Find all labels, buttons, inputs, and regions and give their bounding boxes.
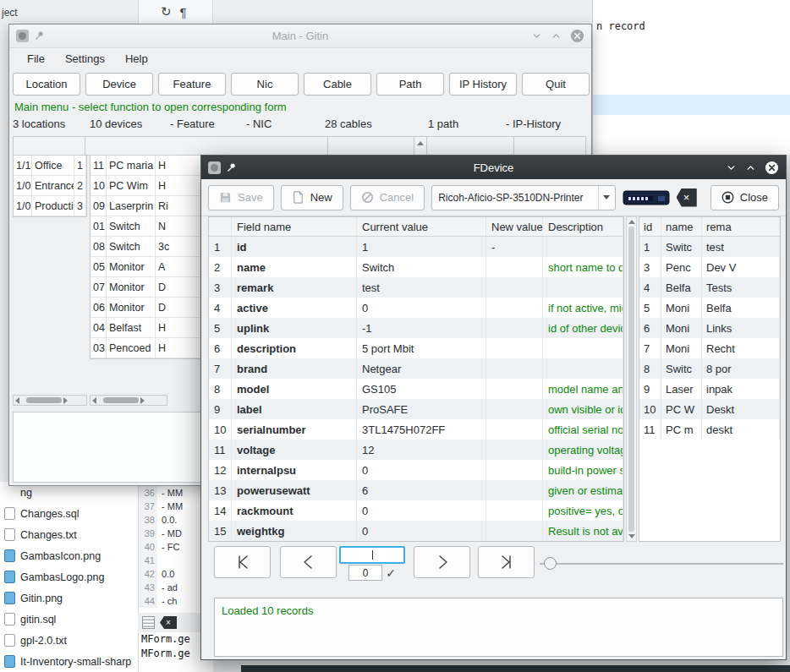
- shade-button[interactable]: [531, 30, 542, 41]
- new-value-cell[interactable]: [486, 379, 543, 399]
- file-tree-item[interactable]: gitin.sql: [0, 609, 138, 630]
- field-row[interactable]: 3 remark test: [209, 277, 623, 298]
- new-value-cell[interactable]: -: [486, 237, 543, 257]
- new-value-cell[interactable]: [486, 480, 543, 500]
- side-table-row[interactable]: 8 Switc 8 por: [639, 358, 780, 379]
- field-row[interactable]: 12 internalpsu 0 build-in power su: [209, 460, 623, 480]
- side-table-row[interactable]: 1 Switc test: [639, 237, 780, 257]
- new-button[interactable]: New: [281, 185, 343, 210]
- menu-item[interactable]: Settings: [56, 50, 114, 68]
- location-row[interactable]: 1/1 Office 1: [14, 156, 86, 176]
- horizontal-scrollbar[interactable]: [90, 395, 167, 406]
- field-row[interactable]: 11 voltage 12 operating voltage: [209, 440, 623, 460]
- file-tree-item[interactable]: gpl-2.0.txt: [0, 630, 138, 651]
- field-row[interactable]: 2 name Switch short name to qu: [209, 257, 623, 277]
- new-value-cell[interactable]: [486, 500, 543, 521]
- field-row[interactable]: 13 powerusewatt 6 given or estimate: [209, 480, 623, 500]
- new-value-cell[interactable]: [486, 440, 543, 460]
- toolbar-button[interactable]: Quit: [522, 73, 590, 96]
- toolbar-button[interactable]: Feature: [158, 73, 226, 96]
- file-tree-item[interactable]: Gitin.png: [0, 587, 138, 609]
- scroll-left-arrow[interactable]: [92, 397, 96, 404]
- file-tree-item[interactable]: GambasLogo.png: [0, 566, 138, 587]
- record-input[interactable]: [339, 546, 405, 564]
- pin-icon[interactable]: [34, 30, 45, 41]
- close-window-button[interactable]: [570, 29, 584, 43]
- new-value-cell[interactable]: [486, 521, 543, 541]
- side-table-row[interactable]: 4 Belfa Tests: [639, 277, 780, 298]
- new-value-cell[interactable]: [486, 460, 543, 480]
- scroll-left-arrow[interactable]: [15, 397, 19, 404]
- backspace-icon[interactable]: ×: [160, 616, 177, 629]
- device-combobox[interactable]: Ricoh-Aficio-SP-3510DN-Printer: [431, 185, 615, 210]
- new-value-cell[interactable]: [486, 257, 543, 277]
- new-value-cell[interactable]: [486, 338, 543, 358]
- field-row[interactable]: 6 description 5 port Mbit: [209, 338, 623, 358]
- menu-item[interactable]: File: [18, 50, 54, 68]
- fdevice-titlebar[interactable]: FDevice: [201, 156, 786, 179]
- new-value-cell[interactable]: [486, 399, 543, 419]
- maximize-button[interactable]: [745, 162, 756, 173]
- side-table-row[interactable]: 5 Moni Belfa: [639, 298, 780, 318]
- file-tree-item[interactable]: Changes.sql: [0, 503, 138, 524]
- side-table-row[interactable]: 9 Laser inpak: [639, 379, 780, 399]
- side-table-row[interactable]: 11 PC m deskt: [639, 419, 780, 440]
- grid-icon[interactable]: [142, 616, 155, 629]
- save-button[interactable]: Save: [208, 185, 274, 210]
- field-row[interactable]: 7 brand Netgear: [209, 358, 623, 379]
- field-row[interactable]: 1 id 1 -: [209, 237, 623, 257]
- grid-vertical-scrollbar[interactable]: [626, 216, 637, 542]
- close-window-button[interactable]: [765, 161, 779, 175]
- scroll-up-arrow[interactable]: [417, 141, 424, 145]
- last-record-button[interactable]: [478, 546, 535, 578]
- new-value-cell[interactable]: [486, 298, 543, 318]
- toolbar-button[interactable]: Path: [376, 73, 444, 96]
- first-record-button[interactable]: [214, 546, 271, 578]
- scrollbar-thumb[interactable]: [103, 397, 139, 403]
- new-value-cell[interactable]: [486, 358, 543, 379]
- scrollbar-thumb[interactable]: [26, 397, 62, 403]
- close-button[interactable]: Close: [710, 185, 779, 210]
- toolbar-button[interactable]: Location: [13, 73, 80, 96]
- field-row[interactable]: 8 model GS105 model name and.: [209, 379, 623, 399]
- file-tree-item[interactable]: It-Inventory-small-sharp: [0, 651, 138, 672]
- scroll-right-arrow[interactable]: [63, 397, 68, 404]
- field-row[interactable]: 10 serialnumber 3TL1475H072FF official s…: [209, 419, 623, 440]
- main-titlebar[interactable]: Main - Gitin: [9, 25, 591, 48]
- maximize-button[interactable]: [551, 30, 562, 41]
- menu-item[interactable]: Help: [116, 50, 157, 68]
- shade-button[interactable]: [726, 162, 737, 173]
- field-row[interactable]: 14 rackmount 0 positive= yes, or r: [209, 500, 623, 521]
- new-value-cell[interactable]: [486, 277, 543, 298]
- side-table-row[interactable]: 7 Moni Recht: [639, 338, 780, 358]
- slider-handle[interactable]: [544, 557, 557, 570]
- field-row[interactable]: 15 weightkg 0 Result is not avail: [209, 521, 623, 541]
- previous-record-button[interactable]: [280, 546, 337, 578]
- next-record-button[interactable]: [414, 546, 470, 578]
- scroll-right-arrow[interactable]: [140, 397, 145, 404]
- location-row[interactable]: 1/0 Entrance 2: [14, 176, 86, 196]
- scroll-up-arrow[interactable]: [628, 220, 635, 224]
- file-tree-item[interactable]: Changes.txt: [0, 524, 138, 545]
- field-row[interactable]: 9 label ProSAFE own visible or ide: [209, 399, 623, 419]
- cancel-button[interactable]: Cancel: [350, 185, 425, 210]
- location-row[interactable]: 1/0 Producti 3: [14, 196, 86, 216]
- toolbar-button[interactable]: IP History: [449, 73, 517, 96]
- clear-backspace-icon[interactable]: ×: [677, 188, 697, 207]
- side-table-row[interactable]: 3 Penc Dev V: [639, 257, 780, 277]
- side-table-row[interactable]: 6 Moni Links: [639, 318, 780, 338]
- side-table-row[interactable]: 10 PC W Deskt: [639, 399, 780, 419]
- record-slider[interactable]: [540, 544, 783, 583]
- toolbar-button[interactable]: Device: [85, 73, 153, 96]
- new-value-cell[interactable]: [486, 419, 543, 440]
- horizontal-scrollbar[interactable]: [13, 395, 87, 406]
- new-value-cell[interactable]: [486, 318, 543, 338]
- toolbar-button[interactable]: Cable: [304, 73, 371, 96]
- field-row[interactable]: 4 active 0 if not active, migh: [209, 298, 623, 318]
- refresh-icon[interactable]: ↻: [161, 4, 172, 19]
- file-tree-item[interactable]: GambasIcon.png: [0, 545, 138, 566]
- check-icon[interactable]: ✓: [386, 566, 396, 580]
- field-row[interactable]: 5 uplink -1 id of other device: [209, 318, 623, 338]
- pilcrow-icon[interactable]: ¶: [180, 5, 187, 19]
- scroll-down-arrow[interactable]: [628, 534, 635, 538]
